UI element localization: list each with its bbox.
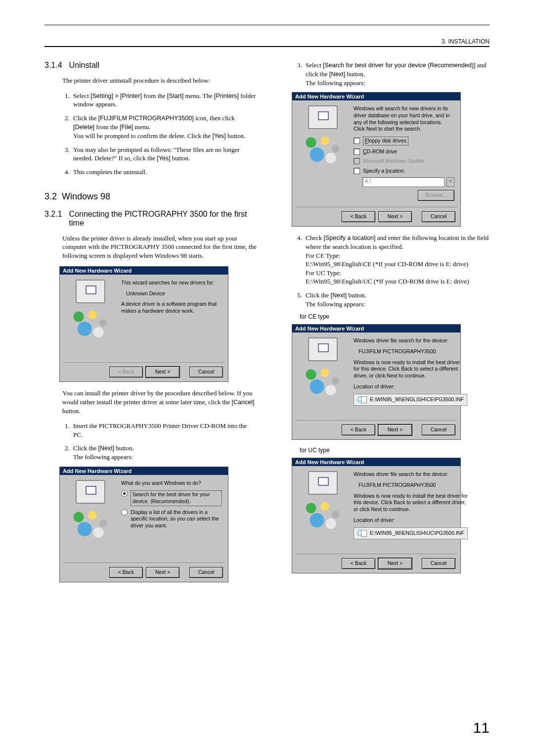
cancel-button[interactable]: Cancel <box>422 425 455 435</box>
wizard-intro: Windows will search for new drivers in i… <box>354 105 454 133</box>
wizard-text: Windows is now ready to install the best… <box>354 493 468 513</box>
location-label: Location of driver: <box>354 383 467 390</box>
cancel-button[interactable]: Cancel <box>422 558 455 569</box>
wizard-device: Unknown Device <box>126 290 222 297</box>
disk-icon <box>357 396 367 404</box>
next-button[interactable]: Next > <box>146 367 179 378</box>
step: Select [Setting] > [Printer] from the [S… <box>71 92 257 109</box>
wizard-new-drivers: Add New Hardware Wizard This wizard sear… <box>59 266 228 382</box>
wizard-title: Add New Hardware Wizard <box>292 458 460 466</box>
wizard-device: FUJIFILM PICTROGRAPHY3500 <box>358 482 468 489</box>
wizard-what-to-do: Add New Hardware Wizard What do you want… <box>59 467 228 582</box>
checkbox-cdrom[interactable] <box>354 148 360 155</box>
for-ce-label: for CE type <box>300 313 490 320</box>
wizard-title: Add New Hardware Wizard <box>292 93 460 100</box>
hardware-icon <box>71 306 110 341</box>
wizard-text: A device driver is a software program th… <box>121 301 222 314</box>
checkbox-specify-location[interactable] <box>354 168 360 174</box>
step: Click the [FUJIFILM PICTROGRAPHY3500] ic… <box>71 114 257 141</box>
next-button[interactable]: Next > <box>378 558 412 569</box>
right-steps-3: Select [Search for best driver for your … <box>277 61 490 87</box>
wizard-text: Windows driver file search for the devic… <box>354 337 467 344</box>
cancel-button[interactable]: Cancel <box>422 211 455 222</box>
back-button[interactable]: < Back <box>109 567 143 578</box>
step: This completes the uninstall. <box>71 168 257 177</box>
hardware-icon <box>303 132 343 167</box>
checkbox-windows-update[interactable] <box>354 158 360 164</box>
sec-321-steps: Insert the PICTROGRAPHY3500 Printer Driv… <box>44 422 257 462</box>
driver-location-box: E:\WIN95_98\ENGLISH\UC\PG3500.INF <box>354 527 468 539</box>
monitor-icon <box>308 105 338 129</box>
radio-search-best[interactable] <box>121 490 128 497</box>
after-wiz1-text: You can install the printer driver by th… <box>62 389 257 415</box>
wizard-device: FUJIFILM PICTROGRAPHY3500 <box>358 348 467 355</box>
wizard-text: This wizard searches for new drivers for… <box>121 280 222 286</box>
for-uc-label: for UC type <box>300 447 490 454</box>
browse-button[interactable]: Browse... <box>418 190 454 201</box>
wizard-title: Add New Hardware Wizard <box>292 325 460 332</box>
monitor-icon <box>308 337 338 361</box>
cancel-button[interactable]: Cancel <box>189 367 223 378</box>
sec-32-heading: 3.2 Windows 98 <box>44 191 257 202</box>
right-steps-4: Check [Specify a location] and enter the… <box>277 234 490 308</box>
checkbox-label: Floppy disk drives <box>363 137 408 145</box>
radio-display-list[interactable] <box>121 509 128 516</box>
wizard-driver-found-ce: Add New Hardware Wizard Windows driver f… <box>292 324 461 440</box>
back-button[interactable]: < Back <box>342 211 375 222</box>
monitor-icon <box>76 280 105 303</box>
back-button[interactable]: < Back <box>109 367 143 378</box>
chevron-down-icon[interactable]: ▾ <box>446 177 454 187</box>
wizard-title: Add New Hardware Wizard <box>60 267 228 275</box>
location-label: Location of driver: <box>354 517 468 524</box>
hardware-icon <box>303 364 343 399</box>
wizard-text: Windows driver file search for the devic… <box>354 471 468 478</box>
sec-321-heading: 3.2.1 Connecting the PICTROGRAPHY 3500 f… <box>44 210 257 228</box>
wizard-search-locations: Add New Hardware Wizard Windows will sea… <box>292 92 461 227</box>
hardware-icon <box>303 498 343 532</box>
monitor-icon <box>308 471 338 495</box>
right-column: Select [Search for best driver for your … <box>277 61 490 589</box>
cancel-button[interactable]: Cancel <box>189 567 223 578</box>
step: You may also be prompted as follows: "Th… <box>71 145 257 163</box>
monitor-icon <box>76 480 105 504</box>
sec-321-intro: Unless the printer driver is already ins… <box>62 234 257 260</box>
checkbox-floppy[interactable] <box>354 138 360 144</box>
back-button[interactable]: < Back <box>342 558 375 569</box>
sec-314-intro: The printer driver uninstall procedure i… <box>62 76 257 85</box>
step: Check [Specify a location] and enter the… <box>304 234 490 286</box>
sec-314-heading: 3.1.4 Uninstall <box>44 61 257 70</box>
left-column: 3.1.4 Uninstall The printer driver unins… <box>44 61 257 589</box>
option-label: Display a list of all the drivers in a s… <box>131 509 222 529</box>
header-chapter: 3. INSTALLATION <box>44 38 490 45</box>
checkbox-label: Microsoft Windows Update <box>363 158 425 165</box>
step: Select [Search for best driver for your … <box>304 61 490 87</box>
next-button[interactable]: Next > <box>146 567 179 578</box>
checkbox-label: Specify a location: <box>363 168 405 175</box>
option-label: Search for the best driver for your devi… <box>131 490 222 506</box>
hardware-icon <box>71 507 110 541</box>
location-input[interactable]: A:\ <box>362 177 445 187</box>
checkbox-label: CD-ROM drive <box>363 148 397 155</box>
next-button[interactable]: Next > <box>378 211 412 222</box>
next-button[interactable]: Next > <box>378 425 412 435</box>
step: Click the [Next] button.The following ap… <box>304 291 490 308</box>
page-number: 11 <box>473 719 490 736</box>
driver-location-box: E:\WIN95_98\ENGLISH\CE\PG3500.INF <box>354 394 467 406</box>
driver-path: E:\WIN95_98\ENGLISH\UC\PG3500.INF <box>370 530 464 537</box>
disk-icon <box>357 529 367 537</box>
wizard-driver-found-uc: Add New Hardware Wizard Windows driver f… <box>292 458 461 573</box>
step: Click the [Next] button.The following ap… <box>71 444 257 461</box>
wizard-title: Add New Hardware Wizard <box>60 467 228 475</box>
step: Insert the PICTROGRAPHY3500 Printer Driv… <box>71 422 257 439</box>
wizard-question: What do you want Windows to do? <box>121 480 222 487</box>
driver-path: E:\WIN95_98\ENGLISH\CE\PG3500.INF <box>370 396 464 403</box>
sec-314-steps: Select [Setting] > [Printer] from the [S… <box>44 92 257 177</box>
wizard-text: Windows is now ready to install the best… <box>354 359 467 379</box>
back-button[interactable]: < Back <box>342 425 375 435</box>
